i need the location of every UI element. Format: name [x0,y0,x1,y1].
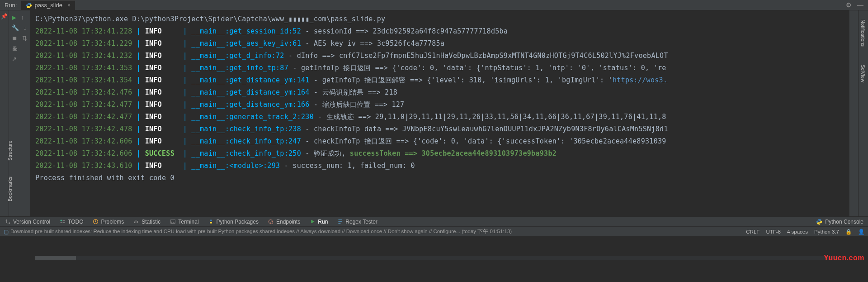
tool-label: Statistic [142,219,160,225]
tool-label: Problems [101,219,124,225]
status-bar: ▢ Download pre-built shared indexes: Red… [0,226,868,236]
log-line: 2022-11-08 17:32:42.606 | INFO | __main_… [35,135,844,148]
log-line: 2022-11-08 17:32:41.354 | INFO | __main_… [35,74,844,86]
svg-point-6 [271,222,273,224]
tool-python-console[interactable]: Python Console [825,219,863,225]
run-tab-bar: Run: pass_slide × ⚙ — [0,0,868,10]
scrollbar-thumb[interactable] [35,256,76,260]
wrench-icon[interactable]: 🔧 [12,24,19,31]
console-scrollarea-edge [849,10,858,216]
status-python[interactable]: Python 3.7 [814,229,839,234]
close-icon[interactable]: × [65,2,71,9]
log-line: 2022-11-08 17:32:41.228 | INFO | __main_… [35,25,844,38]
log-line: 2022-11-08 17:32:42.476 | INFO | __main_… [35,86,844,99]
tool-label: Python Packages [217,219,259,225]
sidebar-bookmarks[interactable]: Bookmarks [7,177,13,201]
status-readonly-icon[interactable]: 🔒 [845,229,852,235]
problems-icon [93,219,99,225]
log-line: 2022-11-08 17:32:42.477 | INFO | __main_… [35,99,844,111]
right-toolwindow-stripe: Notifications SciView [858,10,868,216]
gear-icon[interactable]: ⚙ [846,1,852,9]
horizontal-scrollbar[interactable] [35,256,840,260]
minimize-icon[interactable]: — [857,1,863,9]
status-encoding[interactable]: UTF-8 [766,229,781,234]
console-output[interactable]: C:\Python37\python.exe D:\python3Project… [31,10,849,216]
tool-problems[interactable]: Problems [88,219,129,225]
tool-terminal[interactable]: Terminal [165,219,203,225]
sidebar-structure[interactable]: Structure [7,140,13,161]
python-packages-icon [208,219,214,225]
log-line: 2022-11-08 17:32:41.353 | INFO | __main_… [35,62,844,74]
tool-label: Regex Tester [345,219,377,225]
log-line: 2022-11-08 17:32:41.229 | INFO | __main_… [35,38,844,50]
exit-icon[interactable]: ↗ [12,56,17,62]
python-icon [26,2,32,9]
run-label: Run: [0,2,21,9]
tool-python-packages[interactable]: Python Packages [203,219,263,225]
tool-statistic[interactable]: Statistic [128,219,165,225]
pin-icon[interactable]: 📌 [1,13,8,19]
svg-point-1 [9,222,10,224]
vcs-icon [5,219,11,225]
bottom-toolwindow-bar: Version Control TODO Problems Statistic … [0,216,868,226]
run-icon [309,219,316,225]
tool-endpoints[interactable]: Endpoints [263,219,305,225]
log-line: 2022-11-08 17:32:43.610 | INFO | __main_… [35,160,844,172]
stop-icon[interactable]: ⏹ [12,35,18,42]
tool-version-control[interactable]: Version Control [0,219,55,225]
up-icon[interactable]: ↑ [21,14,24,21]
tool-label: Terminal [178,219,198,225]
tool-label: Version Control [13,219,50,225]
log-line: 2022-11-08 17:32:42.477 | INFO | __main_… [35,111,844,123]
tool-label: Run [318,219,328,225]
todo-icon [59,219,66,225]
terminal-icon [170,219,176,225]
log-line: 2022-11-08 17:32:41.232 | INFO | __main_… [35,50,844,62]
run-tab-pass-slide[interactable]: pass_slide × [21,0,75,10]
left-toolwindow-stripe: 📌 Bookmarks Structure [0,10,9,216]
sidebar-sciview[interactable]: SciView [860,65,866,82]
regex-icon [337,219,343,225]
svg-point-0 [5,220,7,221]
down-icon[interactable]: ↓ [24,24,27,31]
status-crlf[interactable]: CRLF [746,229,760,234]
tool-todo[interactable]: TODO [55,219,88,225]
tool-run[interactable]: Run [305,219,332,225]
tool-label: TODO [68,219,83,225]
svg-rect-2 [60,220,61,221]
log-line: 2022-11-08 17:32:42.606 | SUCCESS | __ma… [35,148,844,160]
log-line: 2022-11-08 17:32:42.478 | INFO | __main_… [35,123,844,135]
status-spaces[interactable]: 4 spaces [787,229,808,234]
tool-label: Endpoints [276,219,300,225]
tab-title: pass_slide [34,2,62,9]
rerun-icon[interactable]: ▶ [12,14,16,21]
print-icon[interactable]: 🖶 [12,45,18,52]
status-info-icon[interactable]: ▢ [4,229,9,235]
endpoints-icon [268,219,274,225]
softwrap-icon[interactable]: ⇅ [22,35,27,42]
status-message[interactable]: Download pre-built shared indexes: Reduc… [10,228,512,235]
tool-regex-tester[interactable]: Regex Tester [332,219,382,225]
sidebar-notifications[interactable]: Notifications [860,19,866,47]
status-man-icon[interactable]: 👤 [858,229,864,235]
python-console-icon [816,219,822,225]
statistic-icon [133,219,139,225]
